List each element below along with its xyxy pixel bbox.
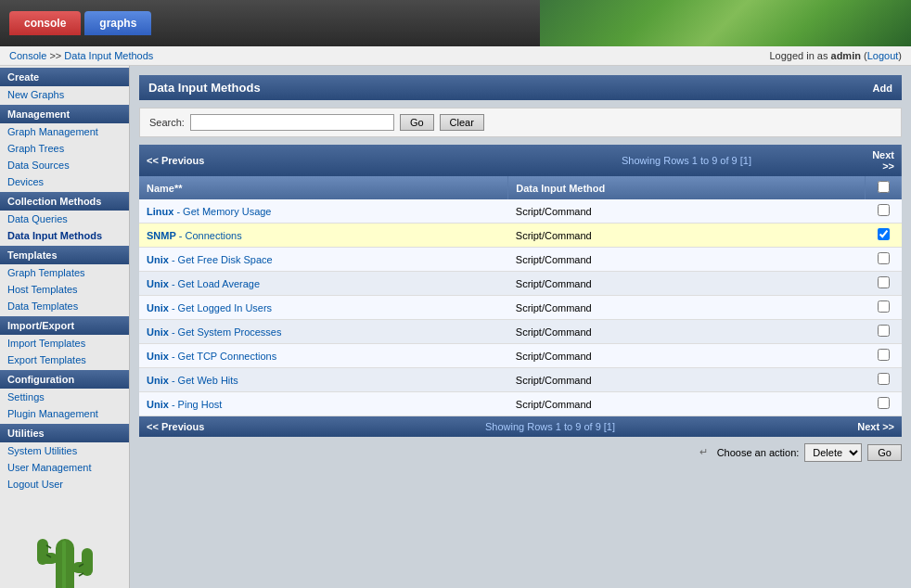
sidebar-item-graph-management[interactable]: Graph Management	[0, 123, 129, 140]
row-checkbox-cell[interactable]	[865, 392, 902, 416]
bottom-controls: ↵ Choose an action: Delete Go	[139, 437, 902, 467]
row-name-link[interactable]: Unix - Get Web Hits	[147, 375, 238, 386]
row-checkbox[interactable]	[878, 276, 890, 288]
nav-tabs: console graphs	[9, 11, 151, 35]
row-checkbox[interactable]	[878, 228, 890, 240]
row-checkbox-cell[interactable]	[865, 368, 902, 392]
row-name-cell: Unix - Get Web Hits	[139, 368, 508, 392]
sidebar-item-graph-templates[interactable]: Graph Templates	[0, 264, 129, 281]
login-user: admin	[831, 50, 861, 61]
row-name-link[interactable]: Unix - Ping Host	[147, 399, 222, 410]
sidebar-item-system-utilities[interactable]: System Utilities	[0, 442, 129, 459]
action-label: Choose an action:	[717, 447, 800, 458]
table-row: Unix - Get Free Disk SpaceScript/Command	[139, 248, 902, 272]
svg-rect-4	[82, 548, 93, 576]
row-method-cell: Script/Command	[508, 248, 865, 272]
content-area: Data Input Methods Add Search: Go Clear …	[130, 66, 911, 588]
search-go-button[interactable]: Go	[400, 114, 434, 131]
table-row: Unix - Get Web HitsScript/Command	[139, 368, 902, 392]
next-button-top[interactable]: Next >>	[865, 145, 902, 176]
sidebar-item-devices[interactable]: Devices	[0, 173, 129, 190]
sidebar-section-configuration: Configuration	[0, 370, 129, 389]
row-checkbox-cell[interactable]	[865, 272, 902, 296]
row-checkbox[interactable]	[878, 204, 890, 216]
sidebar-item-new-graphs[interactable]: New Graphs	[0, 86, 129, 103]
row-checkbox[interactable]	[878, 397, 890, 409]
breadcrumb-console-link[interactable]: Console	[9, 50, 46, 61]
row-checkbox-cell[interactable]	[865, 344, 902, 368]
breadcrumb-current-link[interactable]: Data Input Methods	[64, 50, 153, 61]
main-layout: CreateNew GraphsManagementGraph Manageme…	[0, 66, 911, 588]
svg-rect-2	[37, 539, 48, 565]
sidebar-item-data-queries[interactable]: Data Queries	[0, 211, 129, 227]
data-table: << Previous Showing Rows 1 to 9 of 9 [1]…	[139, 145, 902, 416]
row-checkbox[interactable]	[878, 300, 890, 313]
search-input[interactable]	[190, 114, 394, 131]
search-label: Search:	[149, 117, 185, 128]
row-checkbox[interactable]	[878, 325, 890, 337]
row-checkbox-cell[interactable]	[865, 320, 902, 344]
logout-link[interactable]: Logout	[867, 50, 899, 61]
row-checkbox-cell[interactable]	[865, 296, 902, 320]
add-button[interactable]: Add	[873, 83, 892, 94]
row-method-cell: Script/Command	[508, 344, 865, 368]
row-name-link[interactable]: Unix - Get Free Disk Space	[147, 254, 273, 265]
row-name-cell: Unix - Ping Host	[139, 392, 508, 416]
sidebar-item-plugin-management[interactable]: Plugin Management	[0, 405, 129, 422]
showing-rows-top: Showing Rows 1 to 9 of 9 [1]	[508, 145, 865, 176]
sidebar-section-utilities: Utilities	[0, 424, 129, 442]
row-name-cell: Unix - Get Free Disk Space	[139, 248, 508, 272]
login-info: Logged in as admin (Logout)	[769, 50, 902, 61]
next-button-bottom[interactable]: Next >>	[755, 416, 902, 437]
sidebar-item-data-sources[interactable]: Data Sources	[0, 157, 129, 173]
action-go-button[interactable]: Go	[867, 444, 902, 461]
sidebar-item-export-templates[interactable]: Export Templates	[0, 352, 129, 368]
graphs-tab[interactable]: graphs	[84, 11, 151, 35]
table-row: Unix - Get System ProcessesScript/Comman…	[139, 320, 902, 344]
col-checkbox-header[interactable]	[865, 176, 902, 199]
col-name-header: Name**	[139, 176, 508, 199]
sidebar-item-host-templates[interactable]: Host Templates	[0, 281, 129, 298]
row-name-link[interactable]: Unix - Get System Processes	[147, 326, 282, 338]
console-tab[interactable]: console	[9, 11, 81, 35]
table-row: Unix - Ping HostScript/Command	[139, 392, 902, 416]
search-clear-button[interactable]: Clear	[440, 114, 484, 131]
row-checkbox-cell[interactable]	[865, 224, 902, 248]
table-row: Unix - Get Logged In UsersScript/Command	[139, 296, 902, 320]
sidebar-item-user-management[interactable]: User Management	[0, 459, 129, 476]
sidebar-item-data-input-methods[interactable]: Data Input Methods	[0, 227, 129, 244]
showing-rows-bottom: Showing Rows 1 to 9 of 9 [1]	[345, 416, 755, 437]
svg-rect-6	[62, 541, 66, 588]
row-method-cell: Script/Command	[508, 368, 865, 392]
action-select[interactable]: Delete	[804, 443, 862, 462]
table-header: Name** Data Input Method	[139, 176, 902, 199]
sidebar-section-templates: Templates	[0, 246, 129, 264]
row-name-link[interactable]: Unix - Get TCP Connections	[147, 351, 276, 362]
row-checkbox-cell[interactable]	[865, 248, 902, 272]
row-name-link[interactable]: Unix - Get Load Average	[147, 278, 260, 289]
sidebar: CreateNew GraphsManagementGraph Manageme…	[0, 66, 130, 588]
select-all-checkbox[interactable]	[878, 181, 890, 193]
row-checkbox[interactable]	[878, 373, 890, 385]
sidebar-item-logout-user[interactable]: Logout User	[0, 476, 129, 492]
prev-button-top[interactable]: << Previous	[139, 145, 508, 176]
sidebar-item-graph-trees[interactable]: Graph Trees	[0, 140, 129, 157]
col-method-header: Data Input Method	[508, 176, 865, 199]
row-name-cell: Unix - Get Load Average	[139, 272, 508, 296]
page-title: Data Input Methods	[148, 81, 261, 95]
table-row: Unix - Get Load AverageScript/Command	[139, 272, 902, 296]
header: console graphs	[0, 0, 911, 46]
row-name-link[interactable]: Unix - Get Logged In Users	[147, 302, 272, 313]
row-checkbox[interactable]	[878, 252, 890, 264]
bottom-nav-table: << Previous Showing Rows 1 to 9 of 9 [1]…	[139, 416, 902, 437]
sidebar-item-import-templates[interactable]: Import Templates	[0, 335, 129, 352]
row-checkbox[interactable]	[878, 349, 890, 361]
row-method-cell: Script/Command	[508, 392, 865, 416]
row-checkbox-cell[interactable]	[865, 199, 902, 224]
sidebar-item-settings[interactable]: Settings	[0, 389, 129, 405]
sidebar-item-data-templates[interactable]: Data Templates	[0, 298, 129, 314]
prev-button-bottom[interactable]: << Previous	[139, 416, 345, 437]
row-method-cell: Script/Command	[508, 199, 865, 224]
row-name-link[interactable]: SNMP - Connections	[147, 230, 242, 241]
row-name-link[interactable]: Linux - Get Memory Usage	[147, 206, 271, 217]
